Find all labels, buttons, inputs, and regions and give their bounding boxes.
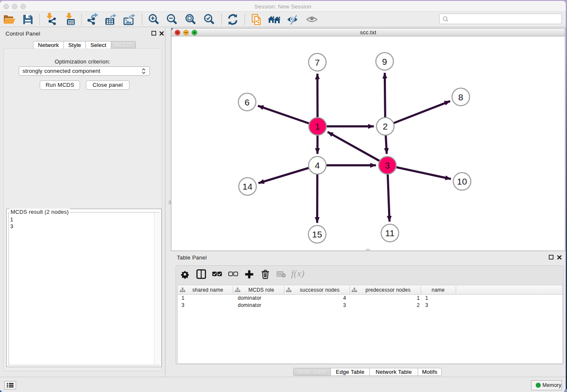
- svg-text:10: 10: [457, 177, 467, 186]
- svg-text:9: 9: [382, 57, 387, 66]
- svg-text:11: 11: [385, 228, 394, 238]
- svg-text:1: 1: [315, 121, 320, 131]
- svg-text:7: 7: [315, 58, 320, 67]
- svg-text:14: 14: [242, 182, 253, 191]
- svg-text:2: 2: [383, 121, 388, 131]
- svg-text:3: 3: [385, 160, 390, 170]
- svg-text:15: 15: [312, 229, 322, 239]
- svg-text:8: 8: [458, 92, 463, 102]
- svg-text:4: 4: [315, 160, 320, 170]
- svg-text:6: 6: [245, 97, 250, 107]
